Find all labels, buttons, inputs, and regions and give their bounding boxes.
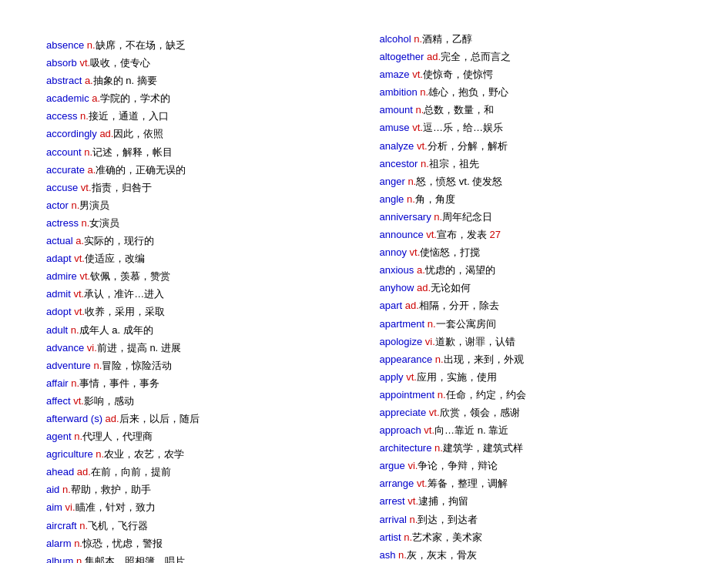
word-type: vt. [417,478,428,489]
word-english: accuse [46,182,78,193]
list-item: anniversary n.周年纪念日 [380,209,683,226]
word-definition: 出现，来到，外观 [444,354,524,365]
list-item: absence n.缺席，不在场，缺乏 [46,37,349,54]
list-item: annoy vt.使恼怒，打搅 [380,244,683,261]
list-item: ambition n.雄心，抱负，野心 [380,84,683,101]
list-item: accurate a.准确的，正确无误的 [46,162,349,179]
word-definition: 祖宗，祖先 [429,158,479,169]
word-english: absorb [46,57,77,69]
word-type: n. [96,448,104,460]
list-item: actor n.男演员 [46,197,349,214]
list-item: admire vt.钦佩，羡慕，赞赏 [46,268,349,285]
word-english: affair [46,377,69,389]
word-definition: 筹备，整理，调解 [428,478,508,489]
word-type: a. [92,92,100,104]
word-definition: 欣赏，领会，感谢 [440,407,520,418]
word-type: vt. [406,371,417,383]
word-type: n. [82,217,90,229]
list-item: adapt vt.使适应，改编 [46,250,349,267]
word-english: alcohol [380,33,411,45]
word-definition: 逮捕，拘留 [418,495,468,507]
word-definition: 一套公寓房间 [436,318,496,330]
word-type: n. [62,484,71,495]
word-definition: 承认，准许…进入 [84,288,164,300]
list-item: announce vt.宣布，发表 27 [380,226,683,243]
word-definition: 指责，归咎于 [92,182,152,193]
list-item: altogether ad.完全，总而言之 [380,49,683,65]
word-definition: 女演员 [89,217,119,229]
list-item: accuse vt.指责，归咎于 [46,179,349,196]
word-english: anyhow [380,282,414,293]
word-definition: 逗…乐，给…娱乐 [423,122,503,133]
word-type: n. [408,176,416,187]
list-item: adult n.成年人 a. 成年的 [46,322,349,339]
word-type: n. [84,146,92,158]
word-definition: 使适应，改编 [85,253,145,264]
word-english: aircraft [46,520,77,531]
word-definition: 收养，采用，采取 [85,306,165,317]
word-english: accurate [46,164,85,176]
list-item: advance vi.前进，提高 n. 进展 [46,340,349,357]
word-type: vt. [73,395,84,407]
word-type: n. [80,110,89,122]
word-type: n. [428,318,436,330]
word-english: appreciate [380,407,427,418]
word-type: n. [435,354,444,365]
list-item: argue vi.争论，争辩，辩论 [380,457,683,474]
word-english: access [46,110,77,122]
word-type: vt. [412,122,423,133]
list-item: admit vt.承认，准许…进入 [46,286,349,303]
word-definition: 应用，实施，使用 [417,371,497,383]
word-english: appointment [380,389,435,400]
word-type: ad. [99,128,113,139]
word-type: a. [85,75,93,86]
list-item: access n.接近，通道，入口 [46,108,349,125]
word-type: n. [76,555,85,563]
word-english: architecture [380,442,432,454]
word-english: actual [46,235,73,246]
word-english: altogether [380,51,424,62]
word-type: vi. [425,336,435,347]
word-definition: 建筑学，建筑式样 [443,442,523,454]
word-english: accordingly [46,128,97,139]
word-english: amount [380,104,413,116]
word-english: apart [380,300,403,311]
word-english: aim [46,501,62,513]
word-english: aid [46,484,59,495]
word-definition: 接近，通道，入口 [89,110,169,122]
word-definition: 瞄准，针对，致力 [75,501,156,513]
left-entries: absence n.缺席，不在场，缺乏absorb vt.吸收，使专心abstr… [46,37,349,563]
word-type: vt. [79,270,90,282]
word-english: agent [46,431,72,442]
word-type: n. [87,39,96,51]
list-item: apart ad.相隔，分开，除去 [380,297,683,314]
list-item: aircraft n.飞机，飞行器 [46,518,349,535]
list-item: aim vi.瞄准，针对，致力 [46,499,349,516]
word-type: vt. [412,69,423,80]
word-type: a. [88,164,96,176]
list-item: agriculture n.农业，农艺，农学 [46,446,349,463]
word-definition: 到达，到达者 [418,514,478,525]
word-english: affect [46,395,71,407]
word-type: n. [72,199,80,211]
word-definition: 吸收，使专心 [90,57,150,69]
word-english: approach [380,424,421,436]
word-english: angle [380,193,404,205]
word-definition: 任命，约定，约会 [446,389,526,400]
word-type: vt. [79,57,90,69]
list-item: arrival n.到达，到达者 [380,511,683,528]
word-english: advance [46,342,84,354]
word-english: adventure [46,360,91,371]
word-definition: 怒，愤怒 vt. 使发怒 [416,176,502,187]
word-type: vi. [408,460,418,471]
word-definition: 忧虑的，渴望的 [425,264,495,276]
list-item: ash n.灰，灰末，骨灰 [380,547,683,563]
word-english: anniversary [380,211,431,223]
word-definition: 代理人，代理商 [82,431,153,442]
word-type: n. [398,549,407,561]
word-definition: 集邮本，照相簿，唱片 [85,555,185,563]
word-type: ad. [77,466,91,478]
word-type: vt. [81,182,92,193]
extra-number: 27 [490,229,501,240]
list-item: affair n.事情，事件，事务 [46,375,349,392]
